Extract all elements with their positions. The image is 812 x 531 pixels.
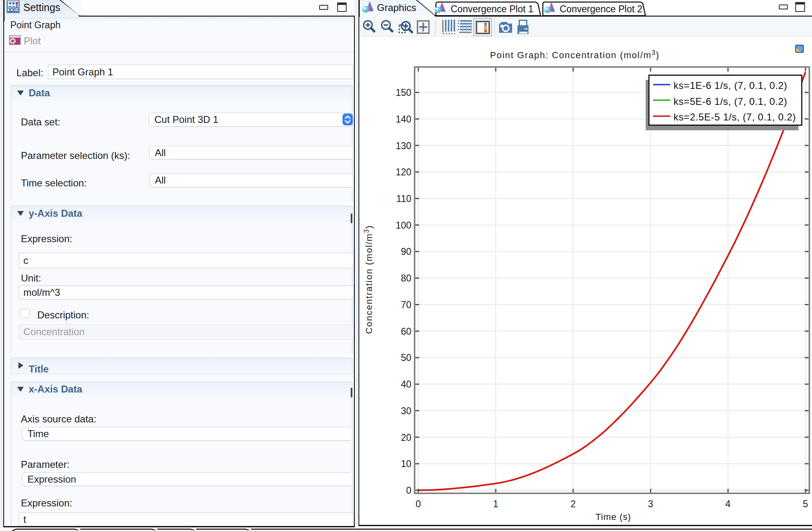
svg-text:50: 50 (401, 352, 411, 363)
svg-text:5: 5 (803, 499, 808, 509)
svg-text:0: 0 (416, 499, 421, 509)
svg-text:1: 1 (493, 499, 499, 509)
svg-text:ks=5E-6 1/s, (7, 0.1, 0.2): ks=5E-6 1/s, (7, 0.1, 0.2) (674, 96, 787, 107)
svg-text:40: 40 (401, 379, 411, 390)
svg-text:4: 4 (726, 499, 731, 509)
svg-text:3: 3 (648, 499, 653, 509)
svg-text:120: 120 (396, 167, 411, 177)
svg-text:ks=2.5E-5 1/s, (7, 0.1, 0.2): ks=2.5E-5 1/s, (7, 0.1, 0.2) (674, 111, 796, 123)
svg-text:60: 60 (401, 326, 411, 337)
svg-text:100: 100 (396, 220, 411, 231)
svg-text:140: 140 (396, 114, 411, 125)
svg-text:2: 2 (571, 499, 576, 509)
svg-text:70: 70 (401, 300, 411, 310)
svg-text:20: 20 (401, 432, 411, 443)
svg-text:90: 90 (401, 246, 411, 257)
svg-text:130: 130 (396, 141, 411, 151)
svg-text:110: 110 (396, 193, 411, 204)
svg-text:30: 30 (401, 406, 411, 416)
svg-text:10: 10 (401, 458, 411, 469)
svg-text:Concentration (mol/m3): Concentration (mol/m3) (363, 225, 374, 334)
svg-text:Point Graph: Concentration (mo: Point Graph: Concentration (mol/m3) (490, 49, 660, 60)
svg-text:Time (s): Time (s) (595, 512, 631, 522)
svg-text:80: 80 (401, 273, 411, 284)
svg-text:0: 0 (406, 485, 411, 496)
svg-text:ks=1E-6 1/s, (7, 0.1, 0.2): ks=1E-6 1/s, (7, 0.1, 0.2) (674, 80, 787, 91)
svg-text:150: 150 (396, 87, 411, 98)
